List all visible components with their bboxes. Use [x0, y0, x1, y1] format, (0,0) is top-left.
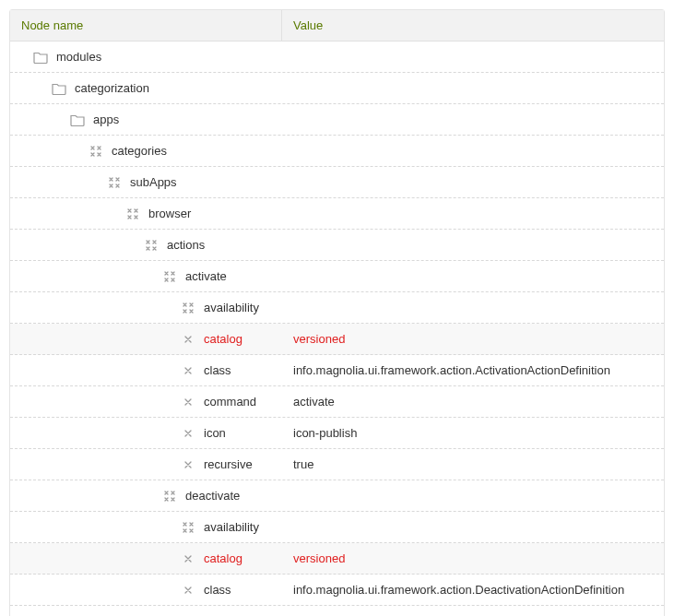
content-node-icon — [141, 238, 161, 253]
node-name-cell: recursive — [10, 457, 282, 472]
tree-row[interactable]: commandactivate — [10, 386, 664, 418]
tree-row[interactable]: deactivate — [10, 480, 664, 512]
tree-row[interactable]: modules — [10, 41, 664, 73]
tree-row[interactable]: browser — [10, 198, 664, 230]
node-name-cell: deactivate — [10, 489, 282, 503]
content-node-icon — [104, 175, 124, 190]
tree-row[interactable]: classinfo.magnolia.ui.framework.action.D… — [10, 575, 664, 606]
node-label: categories — [112, 144, 167, 158]
tree-row[interactable]: apps — [10, 104, 664, 136]
node-name-cell: modules — [10, 50, 282, 65]
property-icon — [178, 332, 198, 347]
tree-row[interactable]: activate — [10, 261, 664, 292]
column-header-value[interactable]: Value — [282, 18, 664, 32]
content-node-icon — [86, 144, 106, 159]
tree-row[interactable]: commanddeactivate — [10, 606, 664, 616]
content-node-icon — [160, 269, 180, 284]
node-label: deactivate — [185, 489, 240, 503]
property-icon — [178, 551, 198, 566]
tree-row[interactable]: catalogversioned — [10, 324, 664, 355]
folder-icon — [49, 81, 69, 96]
folder-icon — [67, 113, 88, 127]
node-label: icon — [204, 426, 226, 440]
node-name-cell: availability — [10, 301, 282, 315]
node-label: catalog — [204, 332, 242, 346]
content-node-icon — [178, 520, 198, 535]
tree-row[interactable]: categorization — [10, 73, 664, 104]
node-name-cell: class — [10, 363, 282, 378]
node-value-cell: true — [282, 457, 664, 471]
node-name-cell: categorization — [10, 81, 282, 96]
node-value-cell: icon-publish — [282, 426, 664, 440]
tree-row[interactable]: availability — [10, 292, 664, 324]
tree-row[interactable]: subApps — [10, 167, 664, 198]
node-label: modules — [56, 50, 101, 64]
node-name-cell: catalog — [10, 332, 282, 347]
node-name-cell: subApps — [10, 175, 282, 190]
tree-row[interactable]: catalogversioned — [10, 543, 664, 575]
node-label: activate — [185, 269, 227, 283]
node-label: subApps — [130, 175, 177, 189]
tree-row[interactable]: categories — [10, 136, 664, 167]
property-icon — [178, 395, 198, 409]
tree-row[interactable]: classinfo.magnolia.ui.framework.action.A… — [10, 355, 664, 386]
node-label: actions — [167, 238, 205, 252]
node-label: recursive — [204, 457, 253, 471]
node-label: categorization — [75, 81, 149, 95]
folder-icon — [30, 50, 51, 65]
node-label: command — [204, 395, 256, 409]
node-label: catalog — [204, 551, 242, 565]
node-value-cell: info.magnolia.ui.framework.action.Deacti… — [282, 583, 664, 597]
content-node-icon — [160, 489, 180, 503]
property-icon — [178, 426, 198, 441]
node-label: availability — [204, 301, 259, 314]
tree-row[interactable]: iconicon-publish — [10, 418, 664, 449]
property-icon — [178, 363, 198, 378]
node-name-cell: browser — [10, 207, 282, 221]
node-name-cell: activate — [10, 269, 282, 284]
property-icon — [178, 457, 198, 472]
node-value-cell: versioned — [282, 551, 664, 565]
content-node-icon — [178, 301, 198, 315]
node-label: class — [204, 363, 231, 377]
property-icon — [178, 583, 198, 598]
tree-row[interactable]: recursivetrue — [10, 449, 664, 480]
content-node-icon — [123, 207, 143, 221]
tree-row[interactable]: actions — [10, 230, 664, 261]
node-name-cell: availability — [10, 520, 282, 535]
node-label: apps — [93, 113, 119, 126]
node-value-cell: info.magnolia.ui.framework.action.Activa… — [282, 363, 664, 377]
tree-panel: Node name Value modulescategorizationapp… — [9, 9, 665, 616]
node-name-cell: catalog — [10, 551, 282, 566]
node-name-cell: categories — [10, 144, 282, 159]
column-header-name[interactable]: Node name — [10, 10, 282, 41]
node-value-cell: activate — [282, 395, 664, 409]
node-label: class — [204, 583, 231, 597]
node-name-cell: command — [10, 395, 282, 409]
tree-rows: modulescategorizationappscategoriessubAp… — [10, 41, 664, 616]
node-value-cell: versioned — [282, 332, 664, 346]
node-name-cell: icon — [10, 426, 282, 441]
table-header: Node name Value — [10, 10, 664, 41]
node-name-cell: actions — [10, 238, 282, 253]
tree-row[interactable]: availability — [10, 512, 664, 543]
node-name-cell: apps — [10, 113, 282, 127]
node-label: browser — [148, 207, 191, 220]
node-label: availability — [204, 520, 259, 534]
node-name-cell: class — [10, 583, 282, 598]
